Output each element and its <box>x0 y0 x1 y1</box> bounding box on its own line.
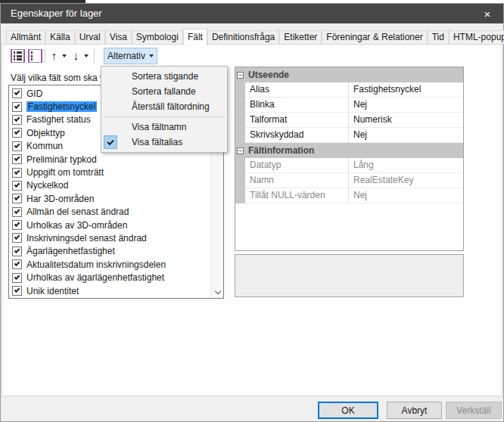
ok-button[interactable]: OK <box>318 402 378 419</box>
property-label: Namn <box>245 173 349 188</box>
checkbox-checked-icon[interactable] <box>12 181 22 191</box>
section-title: Fältinformation <box>248 145 314 156</box>
checkbox-checked-icon[interactable] <box>12 115 22 125</box>
list-item[interactable]: Nyckelkod <box>9 179 223 192</box>
checkbox-checked-icon[interactable] <box>12 286 22 296</box>
property-label: Talformat <box>245 113 349 128</box>
checkbox-checked-icon[interactable] <box>12 168 22 178</box>
list-item[interactable]: Inskrivningsdel senast ändrad <box>9 231 223 244</box>
list-item-clipped[interactable]: Tillagd/Borttagen <box>9 297 223 299</box>
titlebar: Egenskaper för lager × <box>1 4 503 23</box>
row-gutter <box>235 158 245 173</box>
select-all-fields-icon[interactable] <box>11 49 25 63</box>
menu-item-visa-faltnamn[interactable]: Visa fältnamn <box>101 119 227 135</box>
field-list-label: Välj vilka fält som ska va <box>11 73 110 83</box>
row-gutter <box>235 173 245 188</box>
menu-separator <box>103 116 226 117</box>
dialog-title: Egenskaper för lager <box>11 4 102 23</box>
list-item[interactable]: Aktualitetsdatum inskrivningsdelen <box>9 258 223 271</box>
tab-allmant[interactable]: Allmänt <box>6 30 45 44</box>
field-label: Uppgift om tomträtt <box>26 167 104 178</box>
tab-symbologi[interactable]: Symbologi <box>132 30 183 44</box>
menu-item-sortera-fallande[interactable]: Sortera fallande <box>101 84 227 99</box>
menu-checkmark-icon <box>104 135 117 149</box>
grid-row[interactable]: Blinka Nej <box>235 98 463 113</box>
list-item[interactable]: Uppgift om tomträtt <box>9 166 223 178</box>
list-item[interactable]: Har 3D-områden <box>9 192 223 205</box>
collapse-icon[interactable]: − <box>237 72 244 79</box>
property-value: Nej <box>349 188 463 203</box>
grid-section-header: − Utseende <box>235 67 463 82</box>
list-item[interactable]: Ägarlägenhetfastighet <box>9 245 223 258</box>
checkbox-checked-icon[interactable] <box>12 207 22 217</box>
list-item[interactable]: Allmän del senast ändrad <box>9 206 223 219</box>
field-label: Urholkas av 3D-områden <box>26 220 127 231</box>
grid-section-header: − Fältinformation <box>235 143 463 158</box>
tab-urval[interactable]: Urval <box>75 30 105 44</box>
property-value: Lång <box>349 158 463 173</box>
move-field-up-icon[interactable]: ↑ <box>48 48 60 64</box>
grid-row[interactable]: Talformat Numerisk <box>235 113 463 128</box>
apply-button[interactable]: Verkställ <box>446 402 502 419</box>
property-label: Skrivskyddad <box>245 128 349 143</box>
tab-falt[interactable]: Fält <box>183 29 207 45</box>
property-value[interactable]: Numerisk <box>349 113 463 128</box>
menu-item-label: Visa fältalias <box>132 137 182 147</box>
property-label: Tillåt NULL-värden <box>245 188 349 203</box>
grid-row[interactable]: Alias Fastighetsnyckel <box>235 82 463 98</box>
checkbox-checked-icon[interactable] <box>12 154 22 164</box>
tab-definitionsfraga[interactable]: Definitionsfråga <box>207 30 279 44</box>
move-up-dropdown-caret-icon[interactable] <box>60 48 69 64</box>
scrollbar-down-icon[interactable] <box>211 286 224 298</box>
menu-item-aterstall-faltordning[interactable]: Återställ fältordning <box>101 99 227 114</box>
grid-row-readonly[interactable]: Datatyp Lång <box>235 158 463 173</box>
tab-kalla[interactable]: Källa <box>45 30 75 44</box>
tab-html-popup[interactable]: HTML-popup <box>449 30 504 44</box>
list-item[interactable]: Urholkas av 3D-områden <box>9 219 223 231</box>
checkbox-checked-icon[interactable] <box>12 102 22 112</box>
list-item[interactable]: Unik identitet <box>9 284 223 297</box>
checkbox-checked-icon[interactable] <box>12 88 22 98</box>
field-label: Fastighetsnyckel <box>26 101 97 112</box>
field-label: Fastighet status <box>26 114 91 125</box>
list-item[interactable]: Preliminär typkod <box>9 153 223 166</box>
field-label: GID <box>26 88 42 99</box>
move-field-down-icon[interactable]: ↓ <box>70 48 82 64</box>
property-value[interactable]: Nej <box>349 98 463 113</box>
icon-row <box>14 51 22 54</box>
property-value[interactable]: Fastighetsnyckel <box>349 82 463 98</box>
clear-all-fields-icon[interactable] <box>28 49 42 63</box>
checkbox-checked-icon[interactable] <box>12 247 22 256</box>
menu-item-visa-faltalias[interactable]: Visa fältalias <box>101 135 227 150</box>
collapse-icon[interactable]: − <box>237 147 244 154</box>
grid-row-readonly[interactable]: Namn RealEstateKey <box>235 173 463 188</box>
field-label: Nyckelkod <box>26 180 68 191</box>
checkbox-checked-icon[interactable] <box>12 220 22 230</box>
checkbox-checked-icon[interactable] <box>12 233 22 243</box>
property-value[interactable]: Nej <box>349 128 463 143</box>
list-item[interactable]: Urholkas av ägarlägenhetfastighet <box>9 271 223 284</box>
close-icon[interactable]: × <box>471 4 503 23</box>
field-label: Aktualitetsdatum inskrivningsdelen <box>26 259 166 270</box>
cancel-button[interactable]: Avbryt <box>387 402 442 419</box>
row-gutter <box>235 188 245 203</box>
tab-visa[interactable]: Visa <box>105 30 132 44</box>
tab-tid[interactable]: Tid <box>428 30 449 44</box>
field-label: Urholkas av ägarlägenhetfastighet <box>26 272 164 283</box>
tab-foreningar-relationer[interactable]: Föreningar & Relationer <box>322 30 427 44</box>
section-title: Utseende <box>248 70 289 80</box>
field-label: Objekttyp <box>26 128 65 138</box>
field-label: Ägarlägenhetfastighet <box>26 246 115 256</box>
menu-item-sortera-stigande[interactable]: Sortera stigande <box>101 69 227 84</box>
checkbox-checked-icon[interactable] <box>12 128 22 138</box>
checkbox-checked-icon[interactable] <box>12 194 22 203</box>
tab-etiketter[interactable]: Etiketter <box>279 30 322 44</box>
move-down-dropdown-caret-icon[interactable] <box>82 48 91 64</box>
grid-row[interactable]: Skrivskyddad Nej <box>235 128 463 143</box>
icon-row <box>31 58 39 61</box>
checkbox-checked-icon[interactable] <box>12 273 22 283</box>
checkbox-checked-icon[interactable] <box>12 259 22 269</box>
checkbox-checked-icon[interactable] <box>12 141 22 151</box>
grid-row-readonly[interactable]: Tillåt NULL-värden Nej <box>235 188 463 203</box>
options-dropdown-button[interactable]: Alternativ <box>104 48 157 64</box>
